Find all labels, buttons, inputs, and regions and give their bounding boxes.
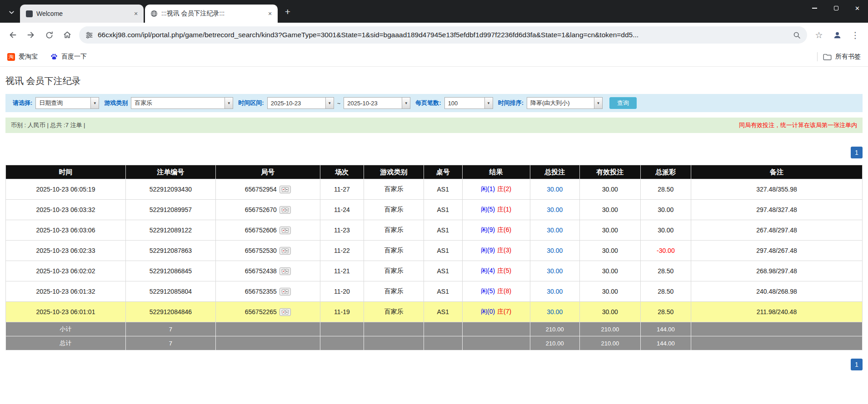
cell-round: 656752530 bbox=[215, 241, 320, 261]
sort-order-select[interactable]: 降幂(由大到小) ▾ bbox=[527, 97, 603, 109]
cell-bet-id: 522912085804 bbox=[125, 281, 215, 302]
address-bar[interactable]: 66cxkj98.com/ipl/portal.php/game/betreco… bbox=[79, 26, 807, 44]
summary-row: 总计 7 210.00 210.00 144.00 bbox=[6, 336, 863, 350]
result-player: 闲(1) bbox=[481, 185, 495, 192]
tab-betrecord[interactable]: :::视讯 会员下注纪录::: ✕ bbox=[145, 5, 278, 23]
cell-total-bet-link[interactable]: 30.00 bbox=[530, 302, 579, 322]
new-tab-button[interactable]: + bbox=[281, 5, 294, 18]
cell-game-type: 百家乐 bbox=[364, 281, 424, 302]
round-number: 656752606 bbox=[245, 227, 277, 234]
cell-valid-bet: 30.00 bbox=[579, 220, 640, 241]
summary-cell bbox=[462, 322, 530, 336]
chevron-down-icon: ▾ bbox=[484, 98, 493, 108]
all-bookmarks-button[interactable]: 所有书签 bbox=[823, 53, 861, 61]
chevron-down-icon: ▾ bbox=[224, 98, 233, 108]
site-info-icon[interactable] bbox=[85, 31, 93, 39]
cell-bet-id: 522912089122 bbox=[125, 220, 215, 241]
reload-button[interactable] bbox=[41, 27, 57, 43]
cell-total-bet-link[interactable]: 30.00 bbox=[530, 241, 579, 261]
page-size-select[interactable]: 100 ▾ bbox=[444, 97, 493, 109]
taobao-icon: 淘 bbox=[7, 53, 15, 61]
forward-button[interactable] bbox=[23, 27, 39, 43]
cell-time: 2025-10-23 06:01:32 bbox=[6, 281, 126, 302]
summary-row: 小计 7 210.00 210.00 144.00 bbox=[6, 322, 863, 336]
summary-cell bbox=[364, 322, 424, 336]
cell-bet-id: 522912093430 bbox=[125, 179, 215, 200]
bookmark-taobao[interactable]: 淘 爱淘宝 bbox=[7, 53, 38, 61]
menu-kebab-icon[interactable]: ⋮ bbox=[847, 27, 863, 43]
bookmark-baidu[interactable]: 百度一下 bbox=[50, 53, 87, 61]
summary-label: 总计 bbox=[6, 336, 126, 350]
baidu-paw-icon bbox=[50, 53, 58, 60]
tab-close-icon[interactable]: ✕ bbox=[266, 10, 274, 18]
cell-payout: 28.50 bbox=[640, 261, 691, 281]
zoom-icon[interactable] bbox=[793, 31, 801, 39]
cell-total-bet-link[interactable]: 30.00 bbox=[530, 200, 579, 220]
summary-valid-bet: 210.00 bbox=[579, 336, 640, 350]
browser-toolbar: 66cxkj98.com/ipl/portal.php/game/betreco… bbox=[0, 23, 868, 47]
cell-note: 327.48/355.98 bbox=[691, 179, 862, 200]
query-type-value: 日期查询 bbox=[36, 98, 90, 108]
chevron-down-icon: ▾ bbox=[325, 98, 334, 108]
all-bookmarks-label: 所有书签 bbox=[835, 53, 861, 61]
tab-search-chevron-icon[interactable] bbox=[5, 5, 18, 19]
page-1-button[interactable]: 1 bbox=[851, 359, 863, 370]
replay-icon[interactable] bbox=[279, 308, 291, 316]
query-type-select[interactable]: 日期查询 ▾ bbox=[35, 97, 99, 109]
round-number: 656752438 bbox=[245, 267, 277, 275]
back-button[interactable] bbox=[5, 27, 21, 43]
home-button[interactable] bbox=[59, 27, 75, 43]
round-number: 656752954 bbox=[245, 186, 277, 193]
cell-total-bet-link[interactable]: 30.00 bbox=[530, 281, 579, 302]
summary-count: 7 bbox=[125, 336, 215, 350]
profile-icon[interactable] bbox=[829, 27, 845, 43]
tab-welcome[interactable]: Welcome ✕ bbox=[20, 5, 144, 23]
summary-cell bbox=[215, 322, 320, 336]
replay-icon[interactable] bbox=[279, 247, 291, 255]
cell-game-type: 百家乐 bbox=[364, 241, 424, 261]
minimize-button[interactable] bbox=[804, 0, 825, 16]
search-button[interactable]: 查询 bbox=[609, 97, 637, 109]
summary-cell bbox=[364, 336, 424, 350]
summary-cell bbox=[424, 322, 462, 336]
url-text[interactable]: 66cxkj98.com/ipl/portal.php/game/betreco… bbox=[98, 31, 788, 39]
cell-note: 297.48/267.48 bbox=[691, 241, 862, 261]
cell-total-bet-link[interactable]: 30.00 bbox=[530, 220, 579, 241]
result-banker: 庄(2) bbox=[497, 185, 511, 192]
page-1-button[interactable]: 1 bbox=[851, 147, 863, 158]
cell-note: 267.48/297.48 bbox=[691, 220, 862, 241]
replay-icon[interactable] bbox=[279, 227, 291, 234]
date-to-select[interactable]: 2025-10-23 ▾ bbox=[344, 97, 410, 109]
bookmarks-bar: 淘 爱淘宝 百度一下 所有书签 bbox=[0, 47, 868, 67]
cell-total-bet-link[interactable]: 30.00 bbox=[530, 261, 579, 281]
close-window-button[interactable]: ✕ bbox=[847, 0, 868, 16]
cell-bet-id: 522912086845 bbox=[125, 261, 215, 281]
bet-row: 2025-10-23 06:01:32 522912085804 6567523… bbox=[6, 281, 863, 302]
result-player: 闲(5) bbox=[481, 287, 495, 295]
replay-icon[interactable] bbox=[279, 267, 291, 275]
bookmark-star-icon[interactable]: ☆ bbox=[811, 27, 827, 43]
cell-bet-id: 522912089957 bbox=[125, 200, 215, 220]
cell-note: 211.98/240.48 bbox=[691, 302, 862, 322]
divider bbox=[817, 52, 818, 61]
maximize-button[interactable] bbox=[825, 0, 847, 16]
cell-round: 656752606 bbox=[215, 220, 320, 241]
tab-close-icon[interactable]: ✕ bbox=[132, 10, 140, 18]
replay-icon[interactable] bbox=[279, 186, 291, 193]
result-banker: 庄(3) bbox=[497, 246, 511, 254]
col-bet-id: 注单编号 bbox=[125, 165, 215, 179]
cell-note: 240.48/268.98 bbox=[691, 281, 862, 302]
replay-icon[interactable] bbox=[279, 206, 291, 214]
cell-table: AS1 bbox=[424, 200, 462, 220]
query-type-label: 请选择: bbox=[13, 99, 32, 107]
pagination-bottom: 1 bbox=[5, 359, 863, 370]
date-from-select[interactable]: 2025-10-23 ▾ bbox=[267, 97, 334, 109]
result-player: 闲(0) bbox=[481, 308, 495, 315]
replay-icon[interactable] bbox=[279, 288, 291, 296]
col-valid-bet: 有效投注 bbox=[579, 165, 640, 179]
cell-time: 2025-10-23 06:02:02 bbox=[6, 261, 126, 281]
cell-total-bet-link[interactable]: 30.00 bbox=[530, 179, 579, 200]
folder-icon bbox=[823, 54, 832, 60]
summary-cell bbox=[462, 336, 530, 350]
game-type-select[interactable]: 百家乐 ▾ bbox=[131, 97, 233, 109]
